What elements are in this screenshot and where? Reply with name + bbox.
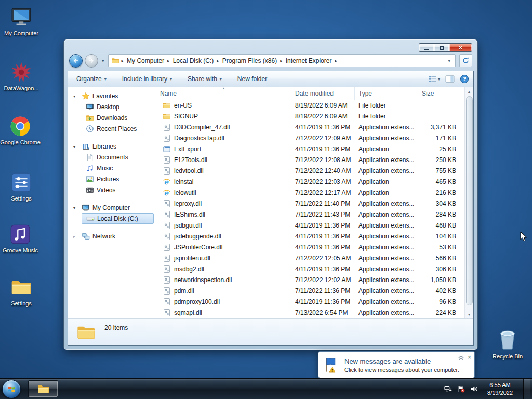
desktop-icon-settings[interactable]: Settings [1,171,42,203]
scroll-thumb[interactable] [466,96,473,305]
notification-toast[interactable]: New messages are available Click to view… [318,351,475,378]
column-header-name[interactable]: Name▴ [156,87,291,100]
expanded-twisty-icon[interactable]: ▾ [73,206,79,210]
clock-date: 8/19/2022 [487,389,513,397]
network-tray-icon[interactable] [444,385,452,393]
item-count: 20 items [104,324,128,331]
change-view-button[interactable]: ▾ [428,75,440,83]
notification-close-icon[interactable]: × [468,354,471,361]
file-row-jsdebuggeride-dll[interactable]: jsdebuggeride.dll4/11/2019 11:36 PMAppli… [156,231,464,242]
show-desktop-button[interactable] [523,379,530,399]
maximize-button[interactable] [434,43,449,52]
start-button[interactable] [2,380,21,398]
breadcrumb-item-internet-explorer[interactable]: Internet Explorer [283,57,335,64]
preview-pane-button[interactable] [445,74,455,84]
sidebar-section-libraries[interactable]: ▾Libraries [68,141,156,152]
app-icon [163,145,171,153]
collapsed-twisty-icon[interactable]: ▸ [73,234,79,239]
action-center-tray-icon[interactable] [457,385,465,393]
address-history-dropdown-icon[interactable]: ▾ [444,58,454,63]
taskbar-explorer-button[interactable] [28,380,58,397]
file-row-pdm-dll[interactable]: pdm.dll7/11/2022 11:36 PMApplication ext… [156,285,464,296]
taskbar-clock[interactable]: 6:55 AM 8/19/2022 [487,381,513,397]
back-button[interactable] [69,54,83,68]
sidebar-item-recent-places[interactable]: Recent Places [68,123,156,134]
sidebar-item-downloads[interactable]: Downloads [68,112,156,123]
breadcrumb-separator-icon[interactable]: ▸ [334,58,338,63]
desktop-icon-label: Google Chrome [0,139,41,147]
sidebar-item-videos[interactable]: Videos [68,184,156,195]
sidebar-item-music[interactable]: Music [68,163,156,174]
desktop-icon-google-chrome[interactable]: Google Chrome [0,115,41,147]
maximize-icon [440,46,444,50]
file-row-jsprofilercore-dll[interactable]: JSProfilerCore.dll4/11/2019 11:36 PMAppl… [156,242,464,252]
dll-icon [163,265,171,273]
scroll-up-icon[interactable]: ▲ [465,87,473,96]
breadcrumb-item-my-computer[interactable]: My Computer [124,57,167,64]
expanded-twisty-icon[interactable]: ▾ [73,94,79,99]
file-row-ielowutil[interactable]: eielowutil7/12/2022 12:17 AMApplication2… [156,187,464,198]
breadcrumb-item-local-disk-c[interactable]: Local Disk (C:) [170,57,217,64]
file-row-extexport[interactable]: ExtExport4/11/2019 11:36 PMApplication25… [156,143,464,154]
vertical-scrollbar[interactable]: ▲ ▼ [464,87,473,318]
sidebar-section-network[interactable]: ▸Network [68,231,156,242]
file-row-ieshims-dll[interactable]: IEShims.dll7/11/2022 11:43 PMApplication… [156,209,464,220]
svg-text:e: e [164,178,169,186]
views-icon [428,75,436,83]
refresh-button[interactable] [459,54,472,67]
sidebar-section-my-computer[interactable]: ▾My Computer [68,203,156,213]
toolbar-include-in-library[interactable]: Include in library▾ [118,73,176,85]
desktop-icon-my-computer[interactable]: My Computer [1,6,42,37]
address-bar[interactable]: ▸ My Computer▸Local Disk (C:)▸Program Fi… [108,54,456,67]
file-row-msdbg2-dll[interactable]: msdbg2.dll4/11/2019 11:36 PMApplication … [156,263,464,274]
file-row-jsprofilerui-dll[interactable]: jsprofilerui.dll7/12/2022 12:05 AMApplic… [156,252,464,263]
file-row-ieinstal[interactable]: eieinstal7/12/2022 12:03 AMApplication46… [156,176,464,187]
volume-tray-icon[interactable] [470,385,478,393]
file-row-sqmapi-dll[interactable]: sqmapi.dll7/13/2022 6:54 PMApplication e… [156,307,464,318]
windows-flag-icon [7,384,16,394]
close-icon: × [459,44,462,51]
desktop-icon-settings-folder[interactable]: Settings [1,276,42,308]
file-row-iedvtool-dll[interactable]: iedvtool.dll7/12/2022 12:40 AMApplicatio… [156,165,464,176]
sidebar-item-documents[interactable]: Documents [68,152,156,163]
desktop-icon-groove-music[interactable]: Groove Music [0,223,41,255]
expanded-twisty-icon[interactable]: ▾ [73,144,79,149]
taskbar: 6:55 AM 8/19/2022 [0,378,532,399]
desktop-icon-label: Groove Music [3,247,38,255]
file-row-d3dcompiler-47-dll[interactable]: D3DCompiler_47.dll4/11/2019 11:36 PMAppl… [156,122,464,132]
file-row-networkinspection-dll[interactable]: networkinspection.dll7/12/2022 12:02 AMA… [156,274,464,285]
sort-ascending-icon: ▴ [223,87,225,90]
desktop-icon-recycle-bin[interactable]: Recycle Bin [487,327,528,361]
file-pane: Name▴Date modifiedTypeSize en-US8/19/202… [156,87,464,318]
file-row-f12tools-dll[interactable]: F12Tools.dll7/12/2022 12:08 AMApplicatio… [156,154,464,165]
file-row-pdmproxy100-dll[interactable]: pdmproxy100.dll4/11/2019 11:36 PMApplica… [156,296,464,307]
notification-settings-icon[interactable] [458,355,464,361]
scroll-down-icon[interactable]: ▼ [465,310,473,318]
forward-button[interactable] [85,54,98,68]
desktop-icon-datawagon[interactable]: DataWagon... [1,61,42,92]
sidebar-item-pictures[interactable]: Pictures [68,174,156,184]
network-icon [82,232,90,241]
sidebar-item-local-disk-c[interactable]: Local Disk (C:) [82,213,154,224]
minimize-button[interactable] [419,43,434,52]
column-header-size[interactable]: Size [418,87,464,100]
sidebar-item-desktop[interactable]: Desktop [68,101,156,112]
file-row-diagnosticstap-dll[interactable]: DiagnosticsTap.dll7/12/2022 12:09 AMAppl… [156,132,464,143]
toolbar-share-with[interactable]: Share with▾ [183,73,226,85]
title-bar[interactable]: × [64,39,477,53]
downloads-icon [86,114,94,122]
toolbar-organize[interactable]: Organize▾ [72,73,111,85]
sidebar-section-favorites[interactable]: ▾Favorites [68,91,156,101]
file-row-ieproxy-dll[interactable]: ieproxy.dll7/11/2022 11:40 PMApplication… [156,198,464,209]
file-row-jsdbgui-dll[interactable]: jsdbgui.dll4/11/2019 11:36 PMApplication… [156,220,464,231]
toolbar-new-folder[interactable]: New folder [233,73,271,85]
recent-pages-dropdown-icon[interactable]: ▾ [100,58,106,63]
file-row-en-us[interactable]: en-US8/19/2022 6:09 AMFile folder [156,100,464,111]
help-button[interactable]: ? [460,74,469,84]
dll-icon [163,221,171,230]
column-header-type[interactable]: Type [355,87,418,100]
column-header-date-modified[interactable]: Date modified [291,87,355,100]
breadcrumb-item-program-files-x86[interactable]: Program Files (x86) [220,57,280,64]
close-button[interactable]: × [449,43,472,52]
file-row-signup[interactable]: SIGNUP8/19/2022 6:09 AMFile folder [156,111,464,122]
